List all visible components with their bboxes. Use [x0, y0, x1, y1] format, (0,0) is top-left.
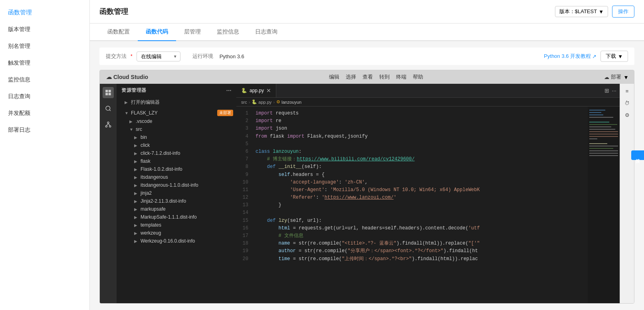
timeline-icon[interactable]: ⏱	[622, 97, 633, 109]
project-section: ▼ FLASK_LZY 未部署 ▶ .vscode ▼ src	[117, 108, 236, 246]
menu-help[interactable]: 帮助	[413, 73, 423, 81]
list-item[interactable]: ▶ .vscode	[117, 117, 236, 125]
code-tab-app-py[interactable]: 🐍 app.py ✕	[236, 84, 276, 97]
list-item[interactable]: ▶ jinja2	[117, 189, 236, 197]
list-item[interactable]: ▼ src	[117, 125, 236, 133]
code-line-10: 'accept-language': 'zh-CN',	[256, 179, 588, 186]
header-right: 版本：$LATEST ▼ 操作	[555, 6, 634, 18]
open-editors-item[interactable]: ▶ 打开的编辑器	[117, 98, 236, 107]
code-line-16: html = requests.get(url=url, headers=sel…	[256, 225, 588, 232]
list-item[interactable]: ▶ itsdangerous-1.1.0.dist-info	[117, 181, 236, 189]
code-line-18: name = str(re.compile("<title>.*?- 蓝泰云")…	[256, 240, 588, 247]
download-button[interactable]: 下载 ▼	[600, 51, 628, 62]
list-item[interactable]: ▶ click	[117, 141, 236, 149]
code-line-12: 'Referer': 'https://www.lanzoui.com/'	[256, 194, 588, 201]
settings-icon[interactable]: ⚙	[622, 109, 633, 120]
source-control-icon[interactable]	[103, 119, 114, 130]
tab-func-config[interactable]: 函数配置	[99, 24, 138, 41]
doc-link-label: Python 3.6 开发教程	[544, 53, 591, 60]
menu-edit[interactable]: 编辑	[329, 73, 339, 81]
python-file-icon: 🐍	[241, 88, 247, 93]
svg-rect-24	[589, 153, 618, 154]
list-item[interactable]: ▶ Flask-1.0.2.dist-info	[117, 165, 236, 173]
menu-select[interactable]: 选择	[346, 73, 356, 81]
breadcrumb-file[interactable]: 🐍 app.py	[252, 99, 271, 105]
chevron-right-icon: ▶	[134, 143, 139, 148]
top-header: 函数管理 版本：$LATEST ▼ 操作	[90, 0, 644, 24]
sidebar-item-version[interactable]: 版本管理	[0, 21, 89, 38]
svg-rect-16	[589, 131, 618, 132]
sidebar-item-trigger[interactable]: 触发管理	[0, 55, 89, 71]
list-item[interactable]: ▶ flask	[117, 157, 236, 165]
deploy-button[interactable]: ☁ 部署	[604, 73, 621, 81]
breadcrumb-src-label: src	[241, 100, 247, 105]
explorer-more-button[interactable]: ···	[226, 87, 232, 94]
breadcrumb-src[interactable]: src	[241, 100, 247, 105]
menu-view[interactable]: 查看	[363, 73, 373, 81]
more-dropdown-icon[interactable]: ▾	[624, 73, 628, 81]
breadcrumb-sep-1: ›	[249, 100, 250, 105]
split-editor-icon[interactable]: ⊞	[604, 87, 609, 94]
menu-goto[interactable]: 转到	[379, 73, 390, 81]
sidebar-item-monitor[interactable]: 监控信息	[0, 71, 89, 88]
svg-rect-13	[589, 124, 617, 125]
project-root-item[interactable]: ▼ FLASK_LZY 未部署	[117, 109, 236, 117]
action-button[interactable]: 操作	[612, 6, 634, 18]
sidebar-item-concurrency[interactable]: 并发配额	[0, 105, 89, 122]
sidebar-title[interactable]: 函数管理	[0, 4, 89, 21]
chevron-right-icon: ▶	[134, 215, 139, 219]
chevron-right-icon: ▶	[134, 151, 139, 156]
code-line-3: import json	[256, 125, 588, 132]
list-item[interactable]: ▶ Werkzeug-0.16.0.dist-info	[117, 237, 236, 245]
breadcrumb-class[interactable]: ⚙ lanzouyun	[276, 99, 301, 105]
code-content[interactable]: 1 2 3 4 5 6 7 8 9 10 11 12 13	[236, 107, 620, 303]
menu-terminal[interactable]: 终端	[396, 73, 406, 81]
search-icon[interactable]	[103, 103, 114, 114]
tab-func-code[interactable]: 函数代码	[138, 24, 176, 41]
sidebar-item-alias[interactable]: 别名管理	[0, 38, 89, 55]
list-item[interactable]: ▶ itsdangerous	[117, 173, 236, 181]
close-tab-button[interactable]: ✕	[266, 87, 271, 94]
toolbar-right: Python 3.6 开发教程 ↗ 下载 ▼	[544, 51, 628, 62]
outline-icon[interactable]: ≡	[622, 85, 633, 97]
explorer-icon[interactable]	[103, 87, 114, 98]
svg-point-3	[105, 126, 107, 127]
chevron-down-icon: ▼	[125, 111, 129, 115]
code-tabs-right: ⊞ ···	[604, 87, 620, 94]
project-name: FLASK_LZY	[131, 110, 213, 116]
sidebar-item-deploy-log[interactable]: 部署日志	[0, 122, 89, 138]
submit-method-select[interactable]: 在线编辑	[137, 51, 180, 61]
chevron-right-icon: ▶	[134, 223, 139, 227]
sidebar-item-log[interactable]: 日志查询	[0, 88, 89, 105]
svg-rect-7	[588, 107, 620, 266]
line-numbers: 1 2 3 4 5 6 7 8 9 10 11 12 13	[236, 107, 252, 303]
file-tree-sidebar	[100, 84, 117, 303]
code-line-17: # 文件信息	[256, 232, 588, 240]
feedback-float-button[interactable]: 反馈	[631, 150, 644, 160]
chevron-down-icon: ▼	[598, 9, 604, 15]
editor-container: ☁ Cloud Studio 编辑 选择 查看 转到 终端 帮助 ☁ 部署	[99, 70, 634, 304]
list-item[interactable]: ▶ MarkupSafe-1.1.1.dist-info	[117, 213, 236, 221]
list-item[interactable]: ▶ click-7.1.2.dist-info	[117, 149, 236, 157]
list-item[interactable]: ▶ templates	[117, 221, 236, 229]
toolbar-row: 提交方法 * 在线编辑 运行环境 Python 3.6 Python 3.6 开…	[99, 47, 634, 65]
list-item[interactable]: ▶ bin	[117, 133, 236, 141]
chevron-right-icon: ▶	[134, 191, 139, 195]
list-item[interactable]: ▶ Jinja2-2.11.3.dist-info	[117, 197, 236, 205]
tab-layer-manage[interactable]: 层管理	[176, 24, 209, 41]
doc-link[interactable]: Python 3.6 开发教程 ↗	[544, 53, 596, 60]
tab-log-query[interactable]: 日志查询	[247, 24, 285, 41]
editor-brand: ☁ Cloud Studio	[106, 74, 148, 80]
tab-monitor-info[interactable]: 监控信息	[209, 24, 247, 41]
cloud-icon: ☁	[106, 74, 112, 80]
env-value: Python 3.6	[220, 53, 244, 59]
submit-method-select-wrapper[interactable]: 在线编辑	[137, 51, 180, 61]
chevron-right-icon: ▶	[134, 231, 139, 235]
code-line-13: }	[256, 201, 588, 209]
list-item[interactable]: ▶ werkzeug	[117, 229, 236, 237]
more-actions-icon[interactable]: ···	[612, 87, 616, 94]
code-tabs: 🐍 app.py ✕ ⊞ ···	[236, 84, 620, 98]
list-item[interactable]: ▶ markupsafe	[117, 205, 236, 213]
code-line-19: author = str(re.compile("分享用户：</span><fo…	[256, 247, 588, 255]
version-select[interactable]: 版本：$LATEST ▼	[555, 6, 608, 17]
